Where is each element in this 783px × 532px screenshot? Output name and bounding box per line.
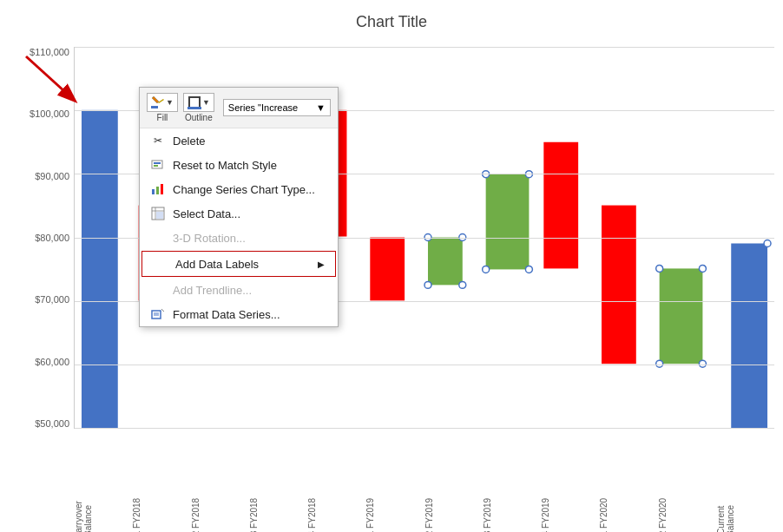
delete-icon: ✂ <box>150 133 166 148</box>
reset-style-icon <box>150 157 166 173</box>
x-label-q3-2019: Q3 FY2019 <box>483 489 541 532</box>
menu-item-reset-label: Reset to Match Style <box>173 159 277 172</box>
x-label-q4-2018: Q4 FY2018 <box>307 489 365 532</box>
outline-icon <box>188 95 201 109</box>
x-label-carryover: Carryover Balance <box>74 489 132 532</box>
menu-item-add-labels-label: Add Data Labels <box>175 258 259 271</box>
menu-item-delete-label: Delete <box>173 135 206 148</box>
series-dropdown-text: Series "Increase <box>228 102 316 113</box>
x-label-q4-2019: Q4 FY2019 <box>541 489 599 532</box>
outline-button[interactable]: ▼ Outline <box>183 93 214 122</box>
menu-toolbar: ▼ Fill ▼ Outline <box>140 88 338 128</box>
menu-item-select-data[interactable]: Select Data... <box>140 201 338 226</box>
y-label-50k: $50,000 <box>35 418 69 429</box>
svg-rect-27 <box>156 212 163 219</box>
svg-rect-18 <box>152 161 162 168</box>
fill-icon <box>151 95 165 109</box>
x-label-current: Current Balance <box>716 489 774 532</box>
svg-line-1 <box>26 56 74 100</box>
dropdown-arrow-icon: ▼ <box>316 102 326 113</box>
chart-container: Chart Title $110,000 $100,000 $90,000 $8… <box>0 0 783 532</box>
menu-item-delete[interactable]: ✂ Delete <box>140 128 338 153</box>
x-label-q1-2018: Q1 FY2018 <box>132 489 190 532</box>
menu-item-change-chart-label: Change Series Chart Type... <box>173 183 315 196</box>
menu-item-format-label: Format Data Series... <box>173 308 280 321</box>
menu-item-3d-label: 3-D Rotation... <box>173 232 246 245</box>
chart-title: Chart Title <box>9 9 774 31</box>
x-labels: Carryover Balance Q1 FY2018 Q2 FY2018 Q3… <box>74 489 774 532</box>
x-label-q2-2019: Q2 FY2019 <box>424 489 483 532</box>
3d-rotation-icon <box>150 230 166 246</box>
grid-line-1 <box>75 47 774 48</box>
y-label-60k: $60,000 <box>35 357 69 367</box>
svg-rect-19 <box>154 162 161 164</box>
menu-item-select-data-label: Select Data... <box>173 207 240 220</box>
svg-rect-17 <box>188 107 201 109</box>
fill-button[interactable]: ▼ Fill <box>147 93 178 122</box>
fill-label: Fill <box>157 113 168 122</box>
menu-item-trendline-label: Add Trendline... <box>173 284 252 297</box>
svg-rect-21 <box>152 189 155 194</box>
y-label-80k: $80,000 <box>35 233 69 243</box>
x-label-q1-2020: Q1 FY2020 <box>599 489 657 532</box>
change-chart-icon <box>150 181 166 197</box>
x-label-q2-2018: Q2 FY2018 <box>191 489 249 532</box>
svg-rect-15 <box>151 106 158 108</box>
svg-rect-22 <box>156 187 159 194</box>
trendline-icon <box>150 282 166 298</box>
series-dropdown[interactable]: Series "Increase ▼ <box>223 99 331 116</box>
grid-line-6 <box>75 365 774 365</box>
context-menu: ▼ Fill ▼ Outline <box>139 87 339 327</box>
format-series-icon <box>150 306 166 322</box>
submenu-arrow-icon: ▶ <box>318 259 325 269</box>
outline-label: Outline <box>185 113 213 122</box>
y-label-70k: $70,000 <box>35 294 69 305</box>
chart-area: $110,000 $100,000 $90,000 $80,000 $70,00… <box>9 38 774 489</box>
select-data-icon <box>150 206 166 221</box>
svg-rect-20 <box>154 165 158 167</box>
svg-line-31 <box>161 309 164 312</box>
x-label-q2-2020: Q2 FY2020 <box>658 489 716 532</box>
menu-item-change-chart-type[interactable]: Change Series Chart Type... <box>140 177 338 201</box>
menu-item-3d-rotation: 3-D Rotation... <box>140 226 338 250</box>
menu-item-format-data-series[interactable]: Format Data Series... <box>140 302 338 326</box>
add-labels-icon <box>153 256 168 272</box>
svg-rect-16 <box>189 97 200 108</box>
x-label-q1-2019: Q1 FY2019 <box>365 489 424 532</box>
menu-item-reset-style[interactable]: Reset to Match Style <box>140 153 338 177</box>
arrow-annotation <box>17 48 95 121</box>
grid-line-7 <box>75 428 774 429</box>
menu-item-add-trendline: Add Trendline... <box>140 278 338 302</box>
menu-item-add-data-labels[interactable]: Add Data Labels ▶ <box>141 251 336 277</box>
x-label-q3-2018: Q3 FY2018 <box>249 489 307 532</box>
svg-rect-23 <box>161 184 163 194</box>
y-label-90k: $90,000 <box>35 171 69 181</box>
